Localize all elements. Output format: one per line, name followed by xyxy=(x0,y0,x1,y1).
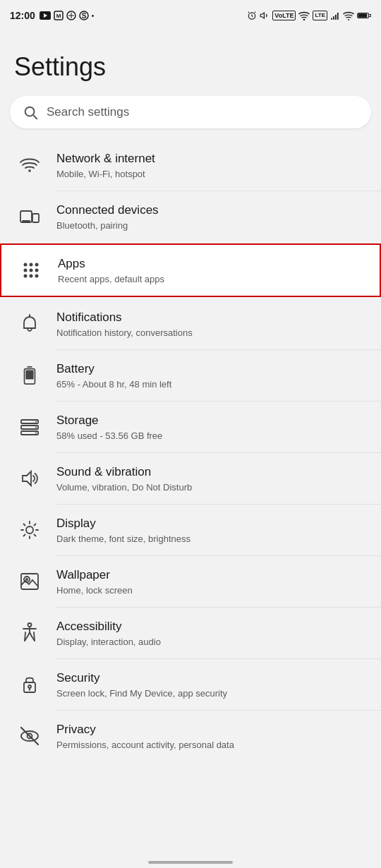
status-bar: 12:00 M S • xyxy=(0,0,381,31)
svg-rect-21 xyxy=(32,214,39,222)
security-icon xyxy=(20,674,39,695)
settings-item-notifications[interactable]: Notifications Notification history, conv… xyxy=(0,299,381,349)
svg-point-9 xyxy=(304,19,305,20)
search-placeholder: Search settings xyxy=(47,105,129,119)
connected-devices-subtitle: Bluetooth, pairing xyxy=(56,220,159,231)
display-subtitle: Dark theme, font size, brightness xyxy=(56,534,190,544)
battery-title: Battery xyxy=(56,361,171,377)
page-header: Settings xyxy=(0,31,381,96)
svg-point-38 xyxy=(35,421,37,423)
wifi-icon xyxy=(343,11,354,20)
security-subtitle: Screen lock, Find My Device, app securit… xyxy=(56,688,227,699)
svg-point-31 xyxy=(35,275,39,278)
lte-badge-icon: LTE xyxy=(313,11,327,20)
alarm-icon xyxy=(247,11,257,20)
svg-line-47 xyxy=(24,524,25,526)
storage-title: Storage xyxy=(56,413,162,428)
network-title: Network & internet xyxy=(56,151,155,167)
my5-icon: M xyxy=(54,11,64,20)
svg-rect-13 xyxy=(337,13,339,20)
security-title: Security xyxy=(56,670,227,686)
display-icon-container xyxy=(14,514,45,545)
svg-point-28 xyxy=(35,269,39,272)
notifications-text: Notifications Notification history, conv… xyxy=(56,310,193,337)
svg-line-49 xyxy=(35,524,36,526)
svg-point-27 xyxy=(30,269,33,272)
apps-title: Apps xyxy=(58,256,164,272)
svg-point-30 xyxy=(30,275,33,278)
connected-devices-icon-container xyxy=(14,201,45,232)
security-text: Security Screen lock, Find My Device, ap… xyxy=(56,670,227,698)
settings-item-sound[interactable]: Sound & vibration Volume, vibration, Do … xyxy=(0,453,381,504)
search-container[interactable]: Search settings xyxy=(0,96,381,140)
wallpaper-icon xyxy=(20,572,40,591)
settings-item-display[interactable]: Display Dark theme, font size, brightnes… xyxy=(0,505,381,555)
settings-item-wallpaper[interactable]: Wallpaper Home, lock screen xyxy=(0,556,381,607)
settings-item-accessibility[interactable]: Accessibility Display, interaction, audi… xyxy=(0,608,381,658)
svg-line-48 xyxy=(35,535,36,536)
settings-item-security[interactable]: Security Screen lock, Find My Device, ap… xyxy=(0,659,381,710)
accessibility-subtitle: Display, interaction, audio xyxy=(56,637,161,647)
maps-icon xyxy=(66,11,76,20)
settings-item-storage[interactable]: Storage 58% used - 53.56 GB free xyxy=(0,402,381,452)
battery-item-icon xyxy=(22,366,37,385)
network-icon xyxy=(20,157,40,174)
svg-rect-53 xyxy=(21,574,38,589)
bell-icon xyxy=(20,314,39,334)
svg-point-39 xyxy=(35,427,37,428)
svg-point-25 xyxy=(35,263,39,267)
privacy-title: Privacy xyxy=(56,722,234,737)
svg-rect-12 xyxy=(335,15,337,20)
scroll-indicator xyxy=(148,861,233,864)
wallpaper-title: Wallpaper xyxy=(56,567,133,583)
storage-icon-container xyxy=(14,411,45,442)
search-bar[interactable]: Search settings xyxy=(10,96,371,128)
notifications-icon-container xyxy=(14,308,45,339)
accessibility-icon xyxy=(20,622,39,644)
apps-text: Apps Recent apps, default apps xyxy=(58,256,164,284)
notifications-subtitle: Notification history, conversations xyxy=(56,327,193,338)
svg-point-14 xyxy=(348,19,349,20)
volume-icon xyxy=(260,11,270,20)
wallpaper-text: Wallpaper Home, lock screen xyxy=(56,567,133,595)
settings-item-privacy[interactable]: Privacy Permissions, account activity, p… xyxy=(0,711,381,761)
settings-item-connected-devices[interactable]: Connected devices Bluetooth, pairing xyxy=(0,191,381,242)
apps-icon xyxy=(22,261,40,279)
display-title: Display xyxy=(56,516,190,531)
accessibility-text: Accessibility Display, interaction, audi… xyxy=(56,619,161,646)
sound-text: Sound & vibration Volume, vibration, Do … xyxy=(56,464,192,492)
search-icon xyxy=(23,104,38,120)
page-title: Settings xyxy=(14,52,367,82)
privacy-icon-container xyxy=(14,721,45,752)
battery-icon-container xyxy=(14,360,45,391)
lte-small-icon: VoLTE xyxy=(272,11,296,21)
status-time: 12:00 xyxy=(10,10,35,21)
status-left-icons: M S • xyxy=(40,11,95,20)
settings-item-battery[interactable]: Battery 65% - About 8 hr, 48 min left xyxy=(0,350,381,401)
svg-marker-8 xyxy=(260,13,264,18)
settings-item-network[interactable]: Network & internet Mobile, Wi-Fi, hotspo… xyxy=(0,140,381,191)
svg-rect-57 xyxy=(24,682,35,692)
devices-icon xyxy=(20,207,40,226)
sound-title: Sound & vibration xyxy=(56,464,192,480)
notifications-title: Notifications xyxy=(56,310,193,325)
svg-marker-41 xyxy=(23,471,31,486)
svg-line-18 xyxy=(33,115,37,119)
settings-item-apps[interactable]: Apps Recent apps, default apps xyxy=(0,243,381,297)
svg-rect-34 xyxy=(25,370,33,380)
apps-icon-container xyxy=(16,255,47,286)
battery-icon xyxy=(357,11,371,20)
privacy-subtitle: Permissions, account activity, personal … xyxy=(56,740,234,750)
wallpaper-subtitle: Home, lock screen xyxy=(56,585,133,596)
wifi-call-icon xyxy=(298,11,310,20)
sound-subtitle: Volume, vibration, Do Not Disturb xyxy=(56,482,192,493)
svg-point-26 xyxy=(24,269,28,272)
svg-line-62 xyxy=(21,728,38,745)
svg-point-23 xyxy=(24,263,28,267)
svg-point-29 xyxy=(24,275,28,278)
display-icon xyxy=(20,520,40,540)
svg-point-24 xyxy=(30,263,33,267)
svg-line-50 xyxy=(24,535,25,536)
network-text: Network & internet Mobile, Wi-Fi, hotspo… xyxy=(56,151,155,179)
svg-point-42 xyxy=(26,526,33,534)
